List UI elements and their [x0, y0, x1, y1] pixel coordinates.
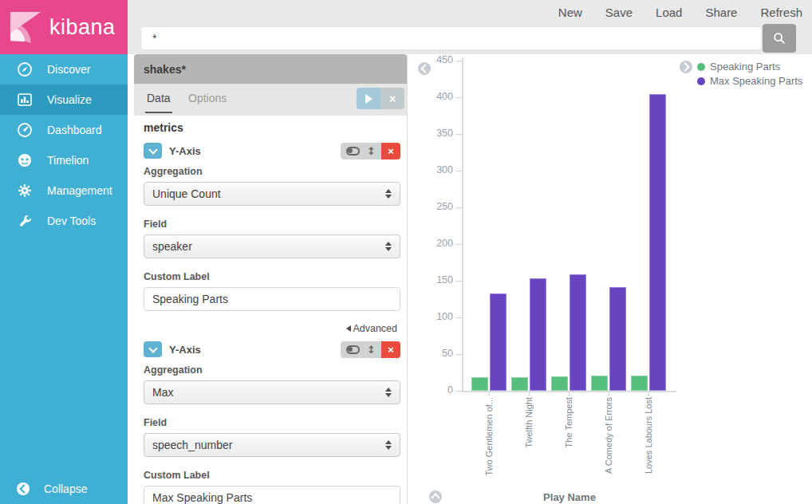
- y-tick-label: 400: [408, 91, 453, 102]
- search-submit-button[interactable]: [763, 24, 796, 53]
- advanced-label: Advanced: [353, 323, 397, 334]
- x-tick-mark: [529, 392, 530, 396]
- sidebar-item-label: Visualize: [47, 93, 92, 106]
- x-tick-mark: [569, 392, 570, 396]
- sidebar-collapse-button[interactable]: Collapse: [0, 474, 128, 504]
- sidebar-item-dev-tools[interactable]: Dev Tools: [0, 206, 128, 236]
- refresh-button[interactable]: Refresh: [760, 6, 802, 19]
- move-updown-icon[interactable]: ↕: [367, 146, 376, 156]
- field-value: speaker: [152, 240, 192, 253]
- aggregation-select[interactable]: Max: [144, 380, 400, 404]
- metric-2-header: Y-Axis ↕ ×: [144, 341, 400, 358]
- chevron-left-circle-icon: [17, 482, 30, 495]
- legend-label: Speaking Parts: [710, 61, 780, 73]
- kibana-app: kibana New Save Load Share Refresh * Dis…: [0, 0, 812, 504]
- load-button[interactable]: Load: [656, 6, 682, 19]
- sidebar-item-dashboard[interactable]: Dashboard: [0, 115, 128, 145]
- y-tick-label: 100: [408, 311, 453, 322]
- y-tick-mark: [455, 207, 462, 208]
- bar-speaking-parts[interactable]: [631, 376, 648, 391]
- aggregation-select[interactable]: Unique Count: [144, 182, 400, 206]
- y-tick-label: 0: [408, 384, 453, 396]
- x-category-label: Two Gentlemen of...: [484, 397, 494, 475]
- legend-item-speaking-parts[interactable]: Speaking Parts: [697, 61, 802, 73]
- index-pattern-bar: shakes*: [134, 54, 407, 84]
- new-button[interactable]: New: [558, 6, 582, 19]
- sidebar-item-management[interactable]: Management: [0, 175, 128, 206]
- metric-1-header: Y-Axis ↕ ×: [144, 142, 400, 159]
- collapse-label: Collapse: [44, 482, 87, 495]
- y-tick-label: 150: [408, 274, 453, 285]
- query-search-input[interactable]: *: [140, 26, 762, 50]
- move-updown-icon[interactable]: ↕: [367, 345, 376, 355]
- x-tick-mark: [648, 392, 649, 396]
- field-select[interactable]: speech_number: [144, 433, 400, 457]
- legend-dot-icon: [697, 63, 705, 71]
- collapse-metric-button[interactable]: [144, 341, 162, 357]
- toolbar-menu: New Save Load Share Refresh: [558, 0, 802, 25]
- aggregation-label: Aggregation: [144, 364, 400, 376]
- field-select[interactable]: speaker: [144, 234, 400, 258]
- legend-dot-icon: [697, 77, 705, 85]
- sidebar-item-visualize[interactable]: Visualize: [0, 85, 128, 115]
- app-sidebar: Discover Visualize Dashboard Timelion Ma…: [0, 54, 128, 504]
- remove-metric-button[interactable]: ×: [381, 341, 400, 358]
- save-button[interactable]: Save: [605, 6, 633, 19]
- scroll-up-button[interactable]: [429, 490, 442, 503]
- disable-toggle-icon[interactable]: [346, 147, 360, 156]
- x-axis-title: Play Name: [462, 491, 677, 503]
- x-category-label: Loves Labours Lost: [644, 397, 653, 474]
- select-arrows-icon: [385, 388, 392, 397]
- bar-max-speaking-parts[interactable]: [530, 278, 546, 391]
- advanced-toggle-link[interactable]: Advanced: [144, 323, 397, 334]
- top-toolbar: New Save Load Share Refresh *: [128, 0, 812, 54]
- tab-options[interactable]: Options: [187, 84, 228, 112]
- remove-metric-button[interactable]: ×: [381, 143, 400, 159]
- apply-changes-button[interactable]: [357, 88, 380, 109]
- custom-label-label: Custom Label: [144, 271, 400, 282]
- search-icon: [772, 31, 786, 45]
- y-tick-mark: [455, 317, 462, 318]
- bar-speaking-parts[interactable]: [591, 376, 608, 391]
- aggregation-value: Max: [152, 386, 173, 399]
- sidebar-item-timelion[interactable]: Timelion: [0, 145, 128, 175]
- bar-speaking-parts[interactable]: [551, 376, 568, 391]
- sidebar-item-discover[interactable]: Discover: [0, 54, 128, 85]
- x-category-label: The Tempest: [564, 397, 574, 447]
- y-tick-mark: [455, 281, 462, 282]
- bar-max-speaking-parts[interactable]: [609, 287, 626, 391]
- y-tick-label: 50: [408, 348, 453, 359]
- visualization-canvas: Speaking Parts Max Speaking Parts Play N…: [407, 54, 812, 504]
- custom-label-input[interactable]: Speaking Parts: [144, 287, 400, 311]
- x-category-label: Twelfth Night: [524, 397, 534, 448]
- bar-max-speaking-parts[interactable]: [490, 293, 507, 391]
- x-category-label: A Comedy of Errors: [604, 397, 613, 474]
- brand-title: kibana: [49, 15, 116, 40]
- discard-changes-button[interactable]: ×: [380, 88, 404, 109]
- y-tick-label: 300: [408, 164, 453, 175]
- y-tick-mark: [455, 171, 462, 171]
- metrics-section-title: metrics: [144, 121, 400, 134]
- bar-speaking-parts[interactable]: [511, 377, 528, 391]
- chevron-down-icon: [148, 344, 157, 352]
- y-axis-line: [462, 58, 463, 392]
- tab-data[interactable]: Data: [145, 84, 172, 113]
- legend-toggle-button[interactable]: [680, 61, 692, 73]
- play-icon: [365, 94, 372, 104]
- y-tick-mark: [455, 244, 462, 245]
- legend-item-max-speaking-parts[interactable]: Max Speaking Parts: [697, 75, 802, 87]
- y-tick-mark: [455, 97, 462, 98]
- bar-max-speaking-parts[interactable]: [570, 274, 586, 391]
- bar-speaking-parts[interactable]: [471, 377, 488, 391]
- bar-max-speaking-parts[interactable]: [649, 94, 666, 391]
- custom-label-input[interactable]: Max Speaking Parts: [144, 486, 400, 504]
- y-tick-label: 200: [408, 238, 453, 249]
- metric-group-label: Y-Axis: [169, 145, 341, 157]
- field-label: Field: [144, 417, 400, 428]
- share-button[interactable]: Share: [705, 6, 737, 19]
- triangle-left-icon: [346, 325, 351, 332]
- disable-toggle-icon[interactable]: [346, 345, 360, 354]
- collapse-metric-button[interactable]: [144, 143, 162, 159]
- wrench-icon: [17, 213, 33, 229]
- sidebar-item-label: Dev Tools: [47, 215, 96, 227]
